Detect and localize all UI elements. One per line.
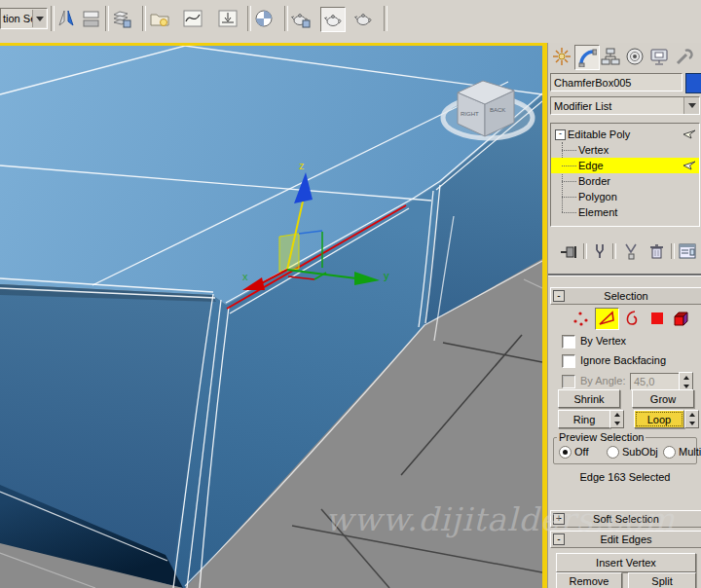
tab-motion[interactable] — [623, 45, 646, 68]
shrink-button[interactable]: Shrink — [558, 389, 620, 408]
viewport-active-border: z x y RIGHT BACK — [0, 43, 547, 588]
by-angle-checkbox[interactable] — [562, 375, 575, 388]
stack-item-label: Vertex — [576, 144, 609, 156]
preview-off-label: Off — [574, 446, 588, 458]
open-explorer-icon[interactable] — [148, 7, 171, 30]
show-end-result-icon[interactable] — [589, 241, 610, 261]
pin-stack-icon[interactable] — [558, 241, 579, 261]
make-unique-icon[interactable] — [620, 241, 642, 261]
preview-multi-label: Multi — [679, 446, 701, 458]
viewcube-face-right[interactable]: RIGHT — [461, 111, 479, 117]
ring-spinner[interactable] — [609, 410, 624, 428]
subobject-edge-button-active[interactable] — [595, 308, 619, 330]
tab-create[interactable] — [550, 45, 573, 68]
stack-item-label: Edge — [576, 160, 604, 171]
mirror-icon[interactable] — [55, 7, 78, 30]
toolbar-separator — [384, 6, 387, 31]
split-label: Split — [651, 575, 672, 587]
remove-button[interactable]: Remove — [556, 572, 622, 588]
remove-modifier-icon[interactable] — [646, 241, 667, 261]
spinner-down-icon[interactable] — [683, 385, 689, 388]
loop-spinner[interactable] — [684, 410, 699, 428]
preview-subobj-label: SubObj — [622, 446, 658, 458]
perspective-viewport[interactable]: z x y RIGHT BACK — [0, 46, 542, 588]
layer-manager-icon[interactable] — [110, 7, 133, 30]
rollout-edit-edges[interactable]: - Edit Edges — [550, 531, 701, 548]
loop-button-active[interactable]: Loop — [634, 410, 684, 428]
tree-stub — [562, 211, 576, 213]
preview-multi-radio[interactable] — [663, 446, 676, 459]
curve-editor-icon[interactable] — [181, 7, 204, 30]
by-vertex-label: By Vertex — [580, 335, 626, 347]
subobject-vertex-button[interactable] — [570, 308, 592, 328]
object-color-swatch[interactable] — [685, 73, 701, 93]
subobject-element-button[interactable] — [671, 308, 693, 328]
configure-modifier-sets-icon[interactable] — [677, 241, 698, 261]
stack-item-border[interactable]: Border — [551, 173, 699, 189]
named-selection-sets-combo[interactable]: tion Se — [0, 8, 48, 29]
modifier-list-dropdown[interactable]: Modifier List — [550, 96, 700, 115]
material-editor-icon[interactable] — [252, 7, 276, 30]
preview-off-radio[interactable] — [559, 446, 572, 459]
insert-vertex-label: Insert Vertex — [596, 557, 656, 569]
tab-display[interactable] — [647, 45, 671, 68]
spinner-up-icon[interactable] — [614, 413, 620, 417]
preview-selection-title: Preview Selection — [557, 431, 646, 443]
rendered-frame-window-icon[interactable] — [320, 7, 346, 32]
ring-button[interactable]: Ring — [558, 410, 610, 428]
subobject-polygon-button[interactable] — [646, 308, 668, 328]
spinner-up-icon[interactable] — [683, 376, 689, 380]
stack-item-label: Element — [576, 206, 617, 218]
split-button[interactable]: Split — [628, 572, 696, 588]
by-vertex-checkbox[interactable] — [562, 335, 575, 349]
rollout-collapse-icon[interactable]: - — [553, 533, 565, 545]
ring-label: Ring — [573, 414, 596, 425]
collapse-box-icon[interactable]: - — [555, 129, 566, 140]
tab-hierarchy[interactable] — [599, 45, 622, 68]
grow-button[interactable]: Grow — [632, 389, 694, 408]
spinner-down-icon[interactable] — [689, 422, 695, 425]
viewcube-face-back[interactable]: BACK — [490, 107, 505, 113]
object-name-field[interactable]: ChamferBox005 — [550, 73, 683, 92]
by-angle-field[interactable]: 45,0 — [630, 373, 682, 390]
rollout-expand-icon[interactable]: + — [553, 513, 565, 525]
preview-subobj-radio[interactable] — [607, 446, 619, 459]
tree-stub — [562, 165, 576, 166]
stack-item-editable-poly[interactable]: - Editable Poly — [551, 127, 699, 142]
schematic-view-icon[interactable] — [216, 7, 240, 30]
stack-item-vertex[interactable]: Vertex — [551, 142, 699, 158]
stack-root-label: Editable Poly — [566, 129, 630, 140]
render-production-icon[interactable] — [351, 7, 375, 30]
loop-label: Loop — [647, 414, 671, 425]
by-angle-spinner[interactable] — [679, 372, 693, 391]
stack-item-polygon[interactable]: Polygon — [551, 189, 699, 204]
rollout-selection[interactable]: - Selection — [550, 287, 701, 305]
tools-separator — [583, 243, 587, 259]
remove-label: Remove — [570, 575, 609, 587]
stack-item-edge-selected[interactable]: Edge — [551, 158, 699, 173]
spinner-down-icon[interactable] — [614, 422, 620, 425]
chevron-down-icon — [36, 17, 44, 21]
tab-modify[interactable] — [574, 45, 600, 70]
rollout-collapse-icon[interactable]: - — [553, 290, 565, 302]
subobject-border-button[interactable] — [620, 308, 643, 328]
stack-item-element[interactable]: Element — [551, 204, 699, 220]
modifier-list-arrow[interactable] — [683, 97, 699, 114]
combo-dropdown-button[interactable] — [32, 10, 46, 27]
render-setup-icon[interactable] — [289, 7, 313, 30]
ignore-backfacing-checkbox[interactable] — [562, 354, 575, 368]
stack-item-label: Polygon — [576, 191, 617, 202]
rollout-soft-selection[interactable]: + Soft Selection — [550, 510, 701, 528]
selection-status: Edge 163 Selected — [548, 471, 701, 483]
tab-utilities[interactable] — [672, 45, 695, 68]
insert-vertex-button[interactable]: Insert Vertex — [556, 553, 696, 572]
main-toolbar: tion Se — [0, 0, 701, 44]
modifier-stack[interactable]: - Editable Poly Vertex Edge Border Polyg… — [550, 123, 700, 227]
object-name-value: ChamferBox005 — [554, 77, 632, 89]
rollout-title: Selection — [604, 290, 647, 302]
tree-stub — [562, 180, 576, 182]
tree-stub — [562, 196, 576, 198]
by-angle-label: By Angle: — [580, 375, 625, 386]
spinner-up-icon[interactable] — [689, 413, 695, 417]
align-icon[interactable] — [80, 7, 103, 30]
